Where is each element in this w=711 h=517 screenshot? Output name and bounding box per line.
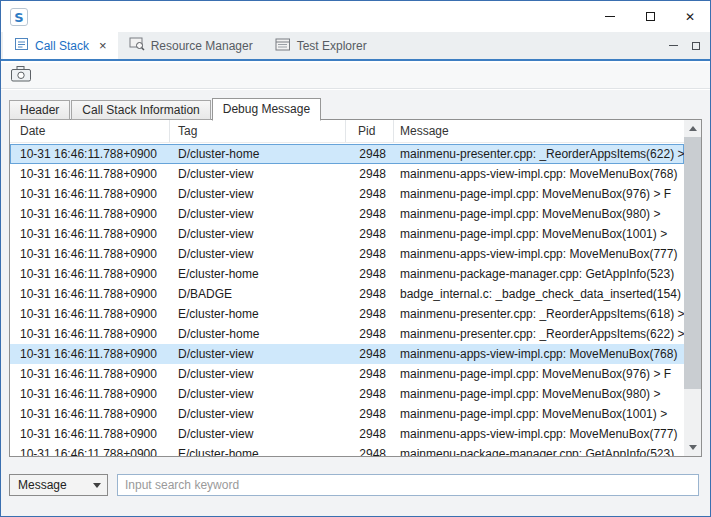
tab-resource-manager[interactable]: Resource Manager [118,32,264,59]
titlebar: S ✕ [1,1,710,32]
cell-date: 10-31 16:46:11.788+0900 [10,404,170,424]
cell-message: badge_internal.c: _badge_check_data_inse… [394,284,684,304]
cell-pid: 2948 [346,164,394,184]
cell-pid: 2948 [346,224,394,244]
cell-date: 10-31 16:46:11.788+0900 [10,164,170,184]
inner-tab-debug-message[interactable]: Debug Message [212,98,321,121]
cell-message: mainmenu-page-impl.cpp: MoveMenuBox(980)… [394,204,684,224]
cell-tag: D/cluster-view [170,244,346,264]
cell-pid: 2948 [346,244,394,264]
cell-tag: D/cluster-view [170,164,346,184]
minimize-button[interactable] [590,1,630,32]
table-row[interactable]: 10-31 16:46:11.788+0900 D/BADGE 2948 bad… [10,284,684,304]
log-table: Date Tag Pid Message 10-31 16:46:11.788+… [9,119,702,457]
cell-tag: D/cluster-view [170,204,346,224]
cell-date: 10-31 16:46:11.788+0900 [10,244,170,264]
table-row[interactable]: 10-31 16:46:11.788+0900 D/cluster-view 2… [10,344,684,364]
cell-tag: D/cluster-view [170,184,346,204]
cell-date: 10-31 16:46:11.788+0900 [10,184,170,204]
panel-maximize-icon[interactable] [692,42,700,50]
cell-pid: 2948 [346,424,394,444]
scroll-thumb[interactable] [684,137,701,389]
cell-tag: D/cluster-home [170,324,346,344]
column-header-pid[interactable]: Pid [346,120,394,142]
resource-manager-tab-icon [129,37,145,54]
search-column-select[interactable]: Message [9,474,108,496]
cell-pid: 2948 [346,404,394,424]
cell-pid: 2948 [346,364,394,384]
call-stack-tab-icon [14,37,29,54]
table-row[interactable]: 10-31 16:46:11.788+0900 D/cluster-view 2… [10,164,684,184]
table-body: 10-31 16:46:11.788+0900 D/cluster-home 2… [10,144,684,456]
cell-pid: 2948 [346,344,394,364]
cell-date: 10-31 16:46:11.788+0900 [10,144,170,164]
table-row[interactable]: 10-31 16:46:11.788+0900 E/cluster-home 2… [10,444,684,456]
scroll-up-icon [689,126,697,131]
table-row[interactable]: 10-31 16:46:11.788+0900 D/cluster-view 2… [10,244,684,264]
tab-label: Call Stack [35,39,89,53]
cell-date: 10-31 16:46:11.788+0900 [10,204,170,224]
table-row[interactable]: 10-31 16:46:11.788+0900 D/cluster-view 2… [10,184,684,204]
scroll-up-button[interactable] [684,120,701,137]
column-header-tag[interactable]: Tag [170,120,346,142]
inner-tab-header[interactable]: Header [9,100,70,120]
cell-date: 10-31 16:46:11.788+0900 [10,384,170,404]
cell-tag: D/cluster-home [170,144,346,164]
cell-pid: 2948 [346,384,394,404]
table-row[interactable]: 10-31 16:46:11.788+0900 D/cluster-view 2… [10,364,684,384]
cell-pid: 2948 [346,324,394,344]
cell-pid: 2948 [346,304,394,324]
tab-call-stack[interactable]: Call Stack × [3,32,118,59]
cell-tag: D/cluster-view [170,404,346,424]
minimize-icon [605,16,615,17]
scroll-down-button[interactable] [684,439,701,456]
svg-text:S: S [14,9,23,24]
panel-minimize-icon[interactable] [669,45,678,46]
cell-date: 10-31 16:46:11.788+0900 [10,324,170,344]
table-row[interactable]: 10-31 16:46:11.788+0900 D/cluster-view 2… [10,224,684,244]
search-input[interactable] [117,474,699,496]
tab-label: Resource Manager [151,39,253,53]
cell-message: mainmenu-page-impl.cpp: MoveMenuBox(1001… [394,224,684,244]
close-button[interactable]: ✕ [670,1,710,32]
cell-pid: 2948 [346,284,394,304]
table-row[interactable]: 10-31 16:46:11.788+0900 D/cluster-view 2… [10,384,684,404]
cell-date: 10-31 16:46:11.788+0900 [10,264,170,284]
table-row[interactable]: 10-31 16:46:11.788+0900 D/cluster-view 2… [10,424,684,444]
cell-tag: D/cluster-view [170,344,346,364]
table-row[interactable]: 10-31 16:46:11.788+0900 D/cluster-home 2… [10,144,684,164]
app-icon: S [10,8,28,26]
tab-test-explorer[interactable]: Test Explorer [264,32,378,59]
cell-message: mainmenu-apps-view-impl.cpp: MoveMenuBox… [394,424,684,444]
cell-message: mainmenu-page-impl.cpp: MoveMenuBox(980)… [394,384,684,404]
table-row[interactable]: 10-31 16:46:11.788+0900 D/cluster-view 2… [10,404,684,424]
column-header-message[interactable]: Message [394,120,684,142]
inner-tab-call-stack-information[interactable]: Call Stack Information [71,100,210,120]
cell-tag: D/cluster-view [170,224,346,244]
cell-message: mainmenu-page-impl.cpp: MoveMenuBox(976)… [394,364,684,384]
cell-tag: D/cluster-view [170,424,346,444]
table-row[interactable]: 10-31 16:46:11.788+0900 D/cluster-home 2… [10,324,684,344]
column-header-date[interactable]: Date [10,120,170,142]
table-row[interactable]: 10-31 16:46:11.788+0900 E/cluster-home 2… [10,304,684,324]
filter-bar: Message [9,474,699,496]
maximize-icon [646,12,655,21]
cell-message: mainmenu-presenter.cpp: _ReorderAppsItem… [394,324,684,344]
cell-tag: E/cluster-home [170,264,346,284]
table-row[interactable]: 10-31 16:46:11.788+0900 E/cluster-home 2… [10,264,684,284]
cell-message: mainmenu-apps-view-impl.cpp: MoveMenuBox… [394,244,684,264]
tab-label: Test Explorer [297,39,367,53]
cell-pid: 2948 [346,264,394,284]
camera-icon [11,66,31,85]
table-row[interactable]: 10-31 16:46:11.788+0900 D/cluster-view 2… [10,204,684,224]
cell-date: 10-31 16:46:11.788+0900 [10,424,170,444]
maximize-button[interactable] [630,1,670,32]
cell-pid: 2948 [346,204,394,224]
cell-date: 10-31 16:46:11.788+0900 [10,224,170,244]
cell-tag: D/cluster-view [170,364,346,384]
tab-close-icon[interactable]: × [99,39,107,52]
camera-button[interactable] [7,65,35,86]
cell-pid: 2948 [346,444,394,456]
vertical-scrollbar[interactable] [684,120,701,456]
cell-date: 10-31 16:46:11.788+0900 [10,364,170,384]
